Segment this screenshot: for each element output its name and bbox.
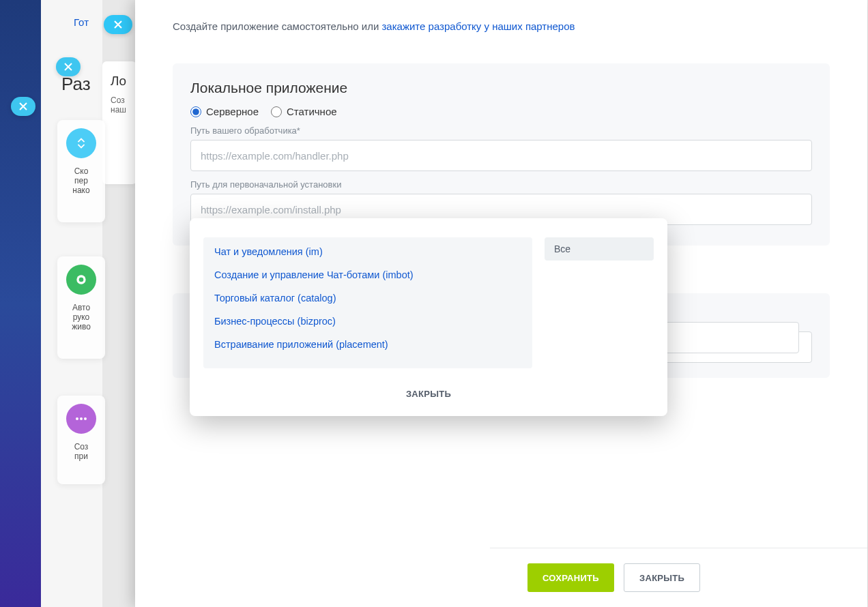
close-layer-1-button[interactable] <box>11 97 35 116</box>
list-item[interactable]: Создание и управление Чат-ботами (imbot) <box>203 263 532 286</box>
bg-card-line: Авто <box>66 303 97 312</box>
install-label: Путь для первоначальной установки <box>190 179 812 190</box>
permissions-listbox[interactable]: Чат и уведомления (im) Создание и управл… <box>203 237 532 368</box>
close-button[interactable]: ЗАКРЫТЬ <box>624 563 700 592</box>
bg-tab: Гот <box>74 16 89 28</box>
svg-point-3 <box>80 417 83 420</box>
bg-card: Ско пер нако <box>57 120 105 222</box>
list-item[interactable]: Чат и уведомления (im) <box>203 240 532 263</box>
panel-footer: СОХРАНИТЬ ЗАКРЫТЬ <box>490 548 867 607</box>
bg-card: Авто руко живо <box>57 256 105 359</box>
intro-text: Создайте приложение самостоятельно или з… <box>173 20 830 32</box>
bg-card-line: Ско <box>66 166 97 176</box>
popup-close-button[interactable]: ЗАКРЫТЬ <box>406 389 451 399</box>
form-title: Локальное приложение <box>190 80 812 96</box>
radio-static[interactable]: Статичное <box>271 106 337 117</box>
radio-static-label: Статичное <box>287 106 337 117</box>
radio-server-label: Серверное <box>206 106 259 117</box>
list-item[interactable]: Бизнес-процессы (bizproc) <box>203 310 532 333</box>
bg-panel-title: Ло <box>111 74 128 89</box>
bg-panel-text2: наш <box>111 105 128 115</box>
permissions-popup: Чат и уведомления (im) Создание и управл… <box>190 218 667 416</box>
popup-side-column: Все <box>545 237 654 368</box>
side-filter-all[interactable]: Все <box>545 237 654 261</box>
save-button[interactable]: СОХРАНИТЬ <box>527 563 614 592</box>
bg-card-line: живо <box>66 322 97 331</box>
bg-card: Соз при <box>57 396 105 484</box>
close-layer-3-button[interactable] <box>104 15 132 34</box>
radio-server-input[interactable] <box>190 106 201 117</box>
bg-left-stripe <box>0 0 41 607</box>
bg-panel: Ло Соз наш <box>102 61 136 184</box>
bg-card-line: Соз <box>66 442 97 451</box>
bg-card-line: руко <box>66 312 97 322</box>
svg-point-2 <box>76 417 78 420</box>
handler-input[interactable] <box>190 140 812 171</box>
list-item[interactable]: Встраивание приложений (placement) <box>203 333 532 356</box>
list-item[interactable]: Торговый каталог (catalog) <box>203 286 532 310</box>
radio-static-input[interactable] <box>271 106 282 117</box>
radio-server[interactable]: Серверное <box>190 106 259 117</box>
intro-prefix: Создайте приложение самостоятельно или <box>173 20 381 32</box>
bg-card-line: при <box>66 451 97 461</box>
bg-section-title: Раз <box>61 74 91 95</box>
bg-panel-text: Соз <box>111 95 128 105</box>
bg-card-line: пер <box>66 176 97 186</box>
svg-point-4 <box>84 417 87 420</box>
handler-label: Путь вашего обработчика* <box>190 125 812 136</box>
bg-card-line: нако <box>66 186 97 195</box>
intro-link[interactable]: закажите разработку у наших партнеров <box>381 20 575 32</box>
svg-point-1 <box>79 278 84 282</box>
